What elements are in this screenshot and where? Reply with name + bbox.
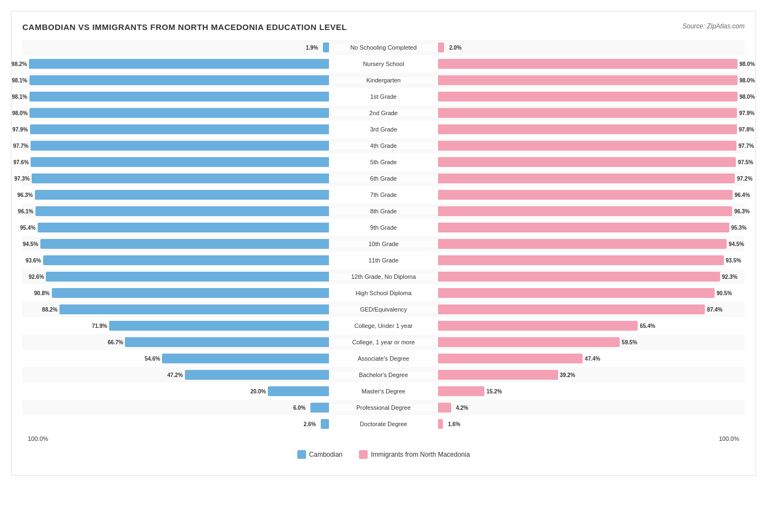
bar-blue: 96.1%: [35, 206, 329, 216]
bar-blue: 93.6%: [43, 255, 329, 265]
legend-item-pink: Immigrants from North Macedonia: [359, 450, 470, 459]
bar-blue: 96.3%: [35, 190, 329, 200]
bar-row: 97.9%3rd Grade97.8%: [22, 122, 745, 137]
bar-row: 95.4%9th Grade95.3%: [22, 220, 745, 235]
value-pink: 94.5%: [729, 241, 744, 247]
bar-pink: 97.8%: [438, 124, 737, 134]
bar-blue: 97.3%: [32, 174, 329, 183]
bar-label: 1st Grade: [329, 93, 438, 100]
bar-pink: 98.0%: [438, 92, 738, 101]
bar-blue: 97.9%: [30, 124, 329, 134]
bar-label: 2nd Grade: [329, 110, 438, 116]
bar-row: 97.7%4th Grade97.7%: [22, 138, 745, 153]
bar-label: Professional Degree: [329, 404, 438, 411]
value-pink: 96.4%: [734, 192, 750, 198]
bar-row: 97.6%5th Grade97.5%: [22, 154, 745, 170]
value-blue: 97.7%: [13, 143, 28, 149]
bar-pink: 90.5%: [438, 288, 715, 298]
value-pink: 59.5%: [622, 339, 637, 345]
bar-label: No Schooling Completed: [329, 44, 438, 51]
chart-legend: Cambodian Immigrants from North Macedoni…: [22, 450, 745, 459]
bar-blue: 47.2%: [185, 370, 329, 380]
bar-row: 92.6%12th Grade, No Diploma92.3%: [22, 269, 745, 284]
bar-label: Doctorate Degree: [329, 421, 438, 427]
bar-blue: 94.5%: [40, 239, 329, 249]
bar-row: 1.9%No Schooling Completed2.0%: [22, 40, 745, 55]
bar-pink: 1.6%: [438, 419, 443, 429]
axis-labels: 100.0% 100.0%: [22, 435, 745, 442]
bar-pink: 93.5%: [438, 255, 724, 265]
bar-blue: 90.8%: [52, 288, 329, 298]
bar-pink: 92.3%: [438, 272, 720, 282]
bar-label: 10th Grade: [329, 241, 438, 247]
bar-row: 98.0%2nd Grade97.9%: [22, 105, 745, 121]
value-blue: 20.0%: [250, 388, 266, 394]
value-pink: 15.2%: [487, 388, 502, 394]
value-blue: 93.6%: [26, 258, 41, 264]
value-pink: 98.0%: [739, 94, 754, 100]
bar-pink: 96.3%: [438, 206, 732, 216]
value-pink: 98.0%: [739, 61, 754, 67]
value-blue: 1.9%: [305, 45, 318, 51]
bar-blue: 71.9%: [109, 321, 329, 331]
bar-label: College, 1 year or more: [329, 339, 438, 345]
bar-blue: 97.7%: [31, 141, 329, 151]
value-blue: 97.9%: [13, 127, 28, 133]
bar-row: 47.2%Bachelor's Degree39.2%: [22, 367, 745, 382]
bar-blue: 6.0%: [310, 403, 329, 413]
value-blue: 95.4%: [20, 225, 35, 231]
bar-pink: 15.2%: [438, 386, 484, 396]
bar-pink: 96.4%: [438, 190, 733, 200]
axis-right-label: 100.0%: [719, 435, 739, 442]
value-blue: 96.1%: [18, 208, 33, 214]
bar-blue: 98.1%: [29, 92, 329, 101]
value-pink: 87.4%: [707, 307, 722, 313]
bar-label: Associate's Degree: [329, 355, 438, 362]
value-pink: 97.7%: [739, 143, 754, 149]
bar-pink: 65.4%: [438, 321, 638, 331]
value-pink: 98.0%: [739, 77, 754, 83]
bar-blue: 98.2%: [29, 59, 329, 69]
bar-blue: 98.0%: [29, 108, 329, 118]
bar-pink: 97.9%: [438, 108, 737, 118]
bar-label: GED/Equivalency: [329, 306, 438, 313]
bar-label: High School Diploma: [329, 290, 438, 296]
bar-label: 6th Grade: [329, 175, 438, 182]
value-pink: 92.3%: [722, 274, 738, 280]
legend-pink-box: [359, 450, 368, 459]
value-blue: 92.6%: [28, 274, 44, 280]
bar-row: 88.2%GED/Equivalency87.4%: [22, 302, 745, 317]
value-pink: 97.8%: [739, 127, 754, 133]
value-blue: 2.6%: [303, 421, 316, 427]
bar-label: 3rd Grade: [329, 126, 438, 133]
value-blue: 96.3%: [17, 192, 33, 198]
value-pink: 90.5%: [716, 290, 732, 296]
value-pink: 4.2%: [456, 405, 469, 411]
value-pink: 93.5%: [726, 258, 741, 264]
bar-blue: 20.0%: [268, 386, 329, 396]
bar-pink: 47.4%: [438, 354, 583, 363]
bar-blue: 98.1%: [29, 75, 329, 85]
bar-pink: 98.0%: [438, 75, 738, 85]
bar-label: Nursery School: [329, 61, 438, 67]
bar-blue: 95.4%: [38, 223, 329, 232]
bar-label: 8th Grade: [329, 208, 438, 214]
bar-pink: 97.2%: [438, 174, 735, 183]
bar-row: 97.3%6th Grade97.2%: [22, 171, 745, 186]
value-blue: 88.2%: [42, 307, 57, 313]
bar-row: 98.2%Nursery School98.0%: [22, 56, 745, 71]
value-blue: 98.1%: [12, 94, 27, 100]
bar-label: Master's Degree: [329, 388, 438, 394]
bar-label: Kindergarten: [329, 77, 438, 83]
value-pink: 39.2%: [560, 372, 575, 378]
bar-row: 98.1%1st Grade98.0%: [22, 89, 745, 104]
bar-label: 12th Grade, No Diploma: [329, 273, 438, 280]
value-pink: 47.4%: [585, 356, 600, 362]
bar-row: 66.7%College, 1 year or more59.5%: [22, 334, 745, 350]
value-blue: 54.6%: [145, 356, 160, 362]
bar-row: 96.1%8th Grade96.3%: [22, 204, 745, 219]
bar-pink: 98.0%: [438, 59, 738, 69]
value-blue: 71.9%: [92, 323, 107, 329]
bar-pink: 2.0%: [438, 43, 444, 52]
bar-blue: 92.6%: [46, 272, 329, 282]
